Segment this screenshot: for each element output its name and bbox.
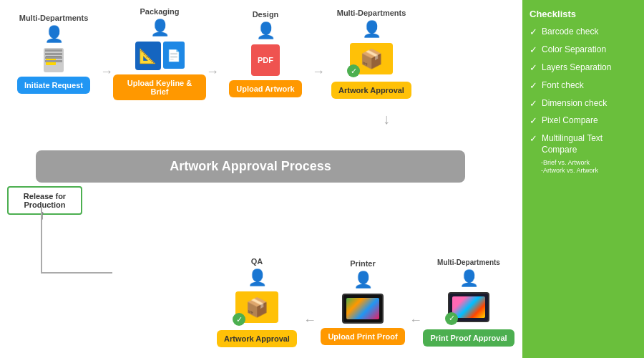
- checklist-barcode: ✓ Barcode check: [530, 26, 637, 39]
- banner-title: Artwork Approval Process: [170, 159, 331, 173]
- step-initiate-request: Multi-Departments 👤 Initiate Request: [7, 14, 100, 94]
- step-upload-keyline: Packaging 👤 📐 📄 Upload Keyline & Brief: [113, 7, 206, 100]
- dept-label-multi-bottom: Multi-Departments: [437, 258, 500, 266]
- dimension-label: Dimension check: [542, 98, 607, 110]
- dept-label-2: Packaging: [140, 7, 179, 16]
- person-icon-1: 👤: [44, 25, 64, 44]
- initiate-request-label: Initiate Request: [17, 77, 90, 94]
- barcode-label: Barcode check: [542, 26, 598, 38]
- dept-label-qa: QA: [251, 257, 263, 266]
- arrow-3: →: [312, 64, 325, 79]
- step-upload-artwork: Design 👤 PDF Upload Artwork: [219, 10, 312, 97]
- check-icon-dimension: ✓: [530, 98, 537, 110]
- dept-label-1: Multi-Departments: [19, 14, 89, 22]
- check-badge-top: ✓: [347, 64, 360, 77]
- checklist-title: Checklists: [530, 9, 637, 19]
- check-icon-pixel: ✓: [530, 115, 537, 127]
- dept-label-printer: Printer: [350, 259, 375, 268]
- multilingual-label: Multilingual Text Compare: [542, 133, 637, 155]
- check-icon-color: ✓: [530, 44, 537, 57]
- top-steps-row: Multi-Departments 👤 Initiate Request → P…: [0, 0, 522, 100]
- center-banner: Artwork Approval Process: [36, 150, 465, 183]
- upload-artwork-label: Upload Artwork: [229, 80, 302, 97]
- print-proof-approval-label: Print Proof Approval: [423, 329, 514, 347]
- person-icon-4: 👤: [362, 20, 381, 39]
- artwork-approval-qa-label: Artwork Approval: [217, 330, 297, 347]
- check-icon-barcode: ✓: [530, 26, 537, 39]
- person-icon-multi-bottom: 👤: [459, 269, 479, 288]
- checklist-color-sep: ✓ Color Separation: [530, 44, 637, 57]
- dept-label-4: Multi-Departments: [337, 9, 406, 17]
- arrow-bottom-2: ←: [409, 313, 422, 328]
- artwork-approval-top-label: Artwork Approval: [331, 82, 411, 99]
- color-sep-label: Color Separation: [542, 44, 606, 56]
- step-artwork-approval-top: Multi-Departments 👤 📦 ✓ Artwork Approval: [325, 9, 418, 99]
- release-label: Release for Production: [24, 192, 66, 209]
- side-arrow-down: ↓: [383, 111, 390, 127]
- pixel-label: Pixel Compare: [542, 115, 598, 127]
- printer-monitor-icon: [342, 294, 384, 324]
- pdf-icon: PDF: [251, 44, 280, 76]
- person-icon-printer: 👤: [353, 271, 373, 289]
- arrow-1: →: [100, 64, 113, 79]
- person-icon-qa: 👤: [248, 268, 267, 287]
- step-print-proof-approval: Multi-Departments 👤 ✓ Print Proof Approv…: [422, 258, 515, 347]
- upload-keyline-label: Upload Keyline & Brief: [113, 74, 206, 100]
- checklist-dimension: ✓ Dimension check: [530, 98, 637, 110]
- multilingual-sub: -Brief vs. Artwork-Artwork vs. Artwork: [541, 159, 637, 175]
- step-upload-print-proof: Printer 👤 Upload Print Proof: [316, 259, 409, 345]
- checklist-layers-sep: ✓ Layers Separation: [530, 62, 637, 74]
- person-icon-3: 👤: [256, 21, 275, 40]
- checklist-multilingual: ✓ Multilingual Text Compare: [530, 133, 637, 155]
- check-icon-multilingual: ✓: [530, 133, 537, 145]
- checklist-font: ✓ Font check: [530, 80, 637, 92]
- upload-print-proof-label: Upload Print Proof: [321, 328, 404, 345]
- check-icon-font: ✓: [530, 80, 537, 92]
- gdoc-icon: 📄: [163, 42, 185, 69]
- check-badge-multi: ✓: [445, 312, 458, 325]
- checklist-panel: Checklists ✓ Barcode check ✓ Color Separ…: [522, 0, 644, 358]
- monitor-screen: [452, 296, 485, 318]
- step-artwork-approval-qa: QA 👤 📦 ✓ Artwork Approval: [210, 257, 303, 347]
- check-icon-layers: ✓: [530, 62, 537, 74]
- compass-icon: 📐: [135, 42, 161, 70]
- checklist-pixel: ✓ Pixel Compare: [530, 115, 637, 127]
- printer-screen: [346, 298, 379, 319]
- document-icon: [44, 48, 64, 72]
- check-badge-qa: ✓: [233, 313, 245, 326]
- arrow-2: →: [206, 64, 219, 79]
- font-label: Font check: [542, 80, 584, 92]
- dept-label-3: Design: [253, 10, 279, 19]
- main-content: Multi-Departments 👤 Initiate Request → P…: [0, 0, 522, 358]
- layers-sep-label: Layers Separation: [542, 62, 611, 74]
- arrow-bottom-1: ←: [303, 313, 316, 328]
- bottom-steps-row: QA 👤 📦 ✓ Artwork Approval ← Printer 👤 Up…: [0, 257, 522, 347]
- person-icon-2: 👤: [150, 19, 170, 37]
